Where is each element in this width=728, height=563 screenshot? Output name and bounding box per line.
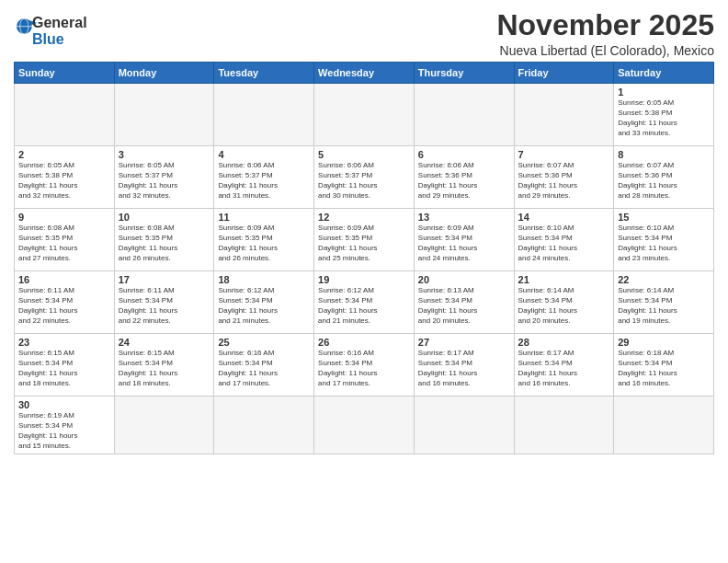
- day-info: Sunrise: 6:06 AM Sunset: 5:37 PM Dayligh…: [318, 161, 410, 201]
- day-number: 25: [218, 337, 310, 348]
- weekday-header-saturday: Saturday: [614, 63, 714, 84]
- day-info: Sunrise: 6:14 AM Sunset: 5:34 PM Dayligh…: [518, 286, 610, 326]
- day-number: 21: [518, 274, 610, 285]
- day-info: Sunrise: 6:14 AM Sunset: 5:34 PM Dayligh…: [618, 286, 710, 326]
- calendar-cell: 23Sunrise: 6:15 AM Sunset: 5:34 PM Dayli…: [15, 334, 115, 396]
- day-number: 3: [119, 149, 210, 160]
- calendar-cell: 10Sunrise: 6:08 AM Sunset: 5:35 PM Dayli…: [114, 209, 214, 271]
- calendar-cell: 15Sunrise: 6:10 AM Sunset: 5:34 PM Dayli…: [614, 209, 714, 271]
- day-number: 6: [418, 149, 510, 160]
- day-info: Sunrise: 6:10 AM Sunset: 5:34 PM Dayligh…: [518, 224, 610, 263]
- day-number: 8: [618, 149, 710, 160]
- calendar-cell: 22Sunrise: 6:14 AM Sunset: 5:34 PM Dayli…: [614, 271, 714, 334]
- logo-text-block: General Blue: [32, 15, 87, 47]
- calendar-cell: 20Sunrise: 6:13 AM Sunset: 5:34 PM Dayli…: [414, 271, 514, 334]
- calendar-cell: [314, 84, 415, 146]
- day-number: 11: [218, 212, 310, 223]
- week-row-2: 9Sunrise: 6:08 AM Sunset: 5:35 PM Daylig…: [15, 209, 714, 271]
- day-number: 1: [618, 86, 710, 98]
- subtitle: Nueva Libertad (El Colorado), Mexico: [496, 43, 714, 58]
- day-info: Sunrise: 6:10 AM Sunset: 5:34 PM Dayligh…: [618, 224, 710, 263]
- day-info: Sunrise: 6:07 AM Sunset: 5:36 PM Dayligh…: [618, 161, 710, 201]
- calendar-cell: [414, 84, 514, 146]
- week-row-0: 1Sunrise: 6:05 AM Sunset: 5:38 PM Daylig…: [15, 84, 714, 146]
- calendar-cell: 29Sunrise: 6:18 AM Sunset: 5:34 PM Dayli…: [614, 334, 714, 396]
- day-info: Sunrise: 6:09 AM Sunset: 5:35 PM Dayligh…: [218, 224, 310, 263]
- day-number: 14: [518, 212, 610, 223]
- weekday-header-thursday: Thursday: [414, 63, 514, 84]
- day-info: Sunrise: 6:15 AM Sunset: 5:34 PM Dayligh…: [18, 349, 110, 388]
- logo-blue: Blue: [32, 31, 87, 48]
- calendar-cell: 21Sunrise: 6:14 AM Sunset: 5:34 PM Dayli…: [514, 271, 614, 334]
- day-number: 7: [518, 149, 610, 160]
- calendar-cell: [614, 396, 714, 454]
- logo-general: General: [32, 15, 87, 31]
- calendar-cell: 30Sunrise: 6:19 AM Sunset: 5:34 PM Dayli…: [15, 396, 115, 454]
- page: General Blue November 2025 Nueva Liberta…: [0, 0, 728, 563]
- day-info: Sunrise: 6:11 AM Sunset: 5:34 PM Dayligh…: [18, 286, 110, 326]
- day-info: Sunrise: 6:06 AM Sunset: 5:37 PM Dayligh…: [218, 161, 310, 201]
- day-number: 20: [418, 274, 510, 285]
- logo-area: General Blue: [14, 13, 87, 47]
- day-number: 5: [318, 149, 410, 160]
- calendar-cell: [114, 396, 214, 454]
- day-info: Sunrise: 6:12 AM Sunset: 5:34 PM Dayligh…: [218, 286, 310, 326]
- day-number: 18: [218, 274, 310, 285]
- calendar-cell: 19Sunrise: 6:12 AM Sunset: 5:34 PM Dayli…: [314, 271, 415, 334]
- day-info: Sunrise: 6:18 AM Sunset: 5:34 PM Dayligh…: [618, 349, 710, 388]
- weekday-header-friday: Friday: [514, 63, 614, 84]
- weekday-header-tuesday: Tuesday: [214, 63, 314, 84]
- day-number: 30: [18, 399, 110, 410]
- calendar-cell: [514, 396, 614, 454]
- day-info: Sunrise: 6:07 AM Sunset: 5:36 PM Dayligh…: [518, 161, 610, 201]
- calendar-cell: 5Sunrise: 6:06 AM Sunset: 5:37 PM Daylig…: [314, 146, 415, 209]
- calendar-cell: [114, 84, 214, 146]
- week-row-3: 16Sunrise: 6:11 AM Sunset: 5:34 PM Dayli…: [15, 271, 714, 334]
- calendar-cell: 7Sunrise: 6:07 AM Sunset: 5:36 PM Daylig…: [514, 146, 614, 209]
- day-info: Sunrise: 6:17 AM Sunset: 5:34 PM Dayligh…: [418, 349, 510, 388]
- day-info: Sunrise: 6:11 AM Sunset: 5:34 PM Dayligh…: [119, 286, 210, 326]
- month-title: November 2025: [496, 9, 714, 41]
- calendar-cell: 27Sunrise: 6:17 AM Sunset: 5:34 PM Dayli…: [414, 334, 514, 396]
- weekday-header-wednesday: Wednesday: [314, 63, 415, 84]
- day-number: 23: [18, 337, 110, 348]
- calendar-cell: 16Sunrise: 6:11 AM Sunset: 5:34 PM Dayli…: [15, 271, 115, 334]
- day-info: Sunrise: 6:09 AM Sunset: 5:35 PM Dayligh…: [318, 224, 410, 263]
- calendar-table: SundayMondayTuesdayWednesdayThursdayFrid…: [14, 62, 714, 454]
- day-number: 22: [618, 274, 710, 285]
- calendar-cell: 24Sunrise: 6:15 AM Sunset: 5:34 PM Dayli…: [114, 334, 214, 396]
- calendar-cell: 6Sunrise: 6:06 AM Sunset: 5:36 PM Daylig…: [414, 146, 514, 209]
- weekday-header-row: SundayMondayTuesdayWednesdayThursdayFrid…: [15, 63, 714, 84]
- day-info: Sunrise: 6:09 AM Sunset: 5:34 PM Dayligh…: [418, 224, 510, 263]
- calendar-cell: [15, 84, 115, 146]
- title-area: November 2025 Nueva Libertad (El Colorad…: [496, 9, 714, 58]
- calendar-cell: [414, 396, 514, 454]
- day-number: 12: [318, 212, 410, 223]
- day-number: 19: [318, 274, 410, 285]
- calendar-cell: 18Sunrise: 6:12 AM Sunset: 5:34 PM Dayli…: [214, 271, 314, 334]
- calendar-cell: 4Sunrise: 6:06 AM Sunset: 5:37 PM Daylig…: [214, 146, 314, 209]
- day-info: Sunrise: 6:13 AM Sunset: 5:34 PM Dayligh…: [418, 286, 510, 326]
- day-number: 2: [18, 149, 110, 160]
- calendar-cell: 2Sunrise: 6:05 AM Sunset: 5:38 PM Daylig…: [15, 146, 115, 209]
- day-info: Sunrise: 6:16 AM Sunset: 5:34 PM Dayligh…: [318, 349, 410, 388]
- day-number: 28: [518, 337, 610, 348]
- day-number: 10: [119, 212, 210, 223]
- week-row-1: 2Sunrise: 6:05 AM Sunset: 5:38 PM Daylig…: [15, 146, 714, 209]
- day-info: Sunrise: 6:12 AM Sunset: 5:34 PM Dayligh…: [318, 286, 410, 326]
- day-number: 27: [418, 337, 510, 348]
- calendar-cell: 3Sunrise: 6:05 AM Sunset: 5:37 PM Daylig…: [114, 146, 214, 209]
- calendar-cell: 12Sunrise: 6:09 AM Sunset: 5:35 PM Dayli…: [314, 209, 415, 271]
- day-number: 9: [18, 212, 110, 223]
- header: General Blue November 2025 Nueva Liberta…: [14, 9, 714, 58]
- day-number: 24: [119, 337, 210, 348]
- calendar-cell: [214, 84, 314, 146]
- day-number: 16: [18, 274, 110, 285]
- weekday-header-monday: Monday: [114, 63, 214, 84]
- calendar-cell: 25Sunrise: 6:16 AM Sunset: 5:34 PM Dayli…: [214, 334, 314, 396]
- day-info: Sunrise: 6:06 AM Sunset: 5:36 PM Dayligh…: [418, 161, 510, 201]
- day-info: Sunrise: 6:08 AM Sunset: 5:35 PM Dayligh…: [119, 224, 210, 263]
- day-number: 29: [618, 337, 710, 348]
- calendar-cell: 17Sunrise: 6:11 AM Sunset: 5:34 PM Dayli…: [114, 271, 214, 334]
- calendar-cell: 13Sunrise: 6:09 AM Sunset: 5:34 PM Dayli…: [414, 209, 514, 271]
